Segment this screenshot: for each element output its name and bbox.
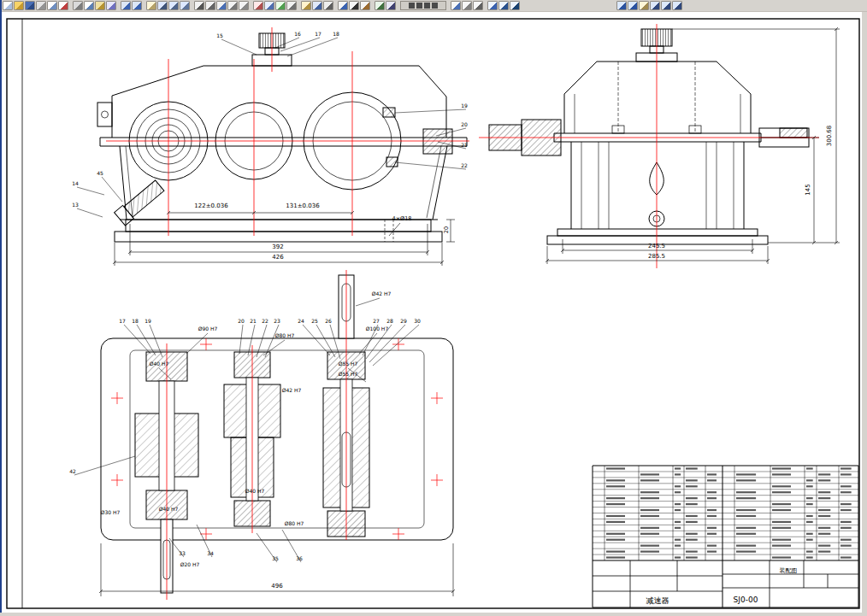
bom-cell-text-placeholder	[640, 491, 659, 493]
print-preview-icon[interactable]	[47, 1, 57, 10]
bom-cell-text-placeholder	[606, 467, 625, 469]
copy-icon[interactable]	[84, 1, 94, 10]
dimension-label: 4×Ø18	[392, 215, 412, 222]
paste-icon[interactable]	[95, 1, 105, 10]
front-view	[97, 33, 467, 242]
part-callout: 21	[461, 142, 468, 148]
bom-cell-text-placeholder	[772, 491, 791, 493]
leader-line	[77, 187, 104, 195]
bom-cell-text-placeholder	[772, 556, 791, 558]
bom-cell-text-placeholder	[707, 497, 717, 499]
layers-icon[interactable]	[301, 1, 311, 10]
named-views-icon[interactable]	[510, 1, 520, 10]
part-callout: 35	[272, 555, 279, 561]
open-icon[interactable]	[14, 1, 24, 10]
leader-line	[395, 162, 466, 169]
part-callout: 19	[144, 318, 151, 324]
zoom-extents-icon[interactable]	[672, 1, 682, 10]
dimension-label: 245.5	[648, 243, 665, 249]
bom-cell-text-placeholder	[640, 473, 659, 475]
bom-cell-text-placeholder	[736, 533, 756, 535]
save-icon[interactable]	[25, 1, 35, 10]
distance-icon[interactable]	[375, 1, 385, 10]
bom-cell-text-placeholder	[818, 473, 830, 475]
part-callout: 18	[333, 31, 339, 37]
dimension-label: 131±0.036	[286, 202, 320, 209]
dimension-label: Ø80 H7	[285, 520, 304, 526]
zoom-realtime-icon[interactable]	[157, 1, 168, 10]
bom-cell-text-placeholder	[840, 503, 852, 505]
properties-icon[interactable]	[312, 1, 322, 10]
toolbar-text-widget[interactable]	[400, 1, 446, 10]
print-icon[interactable]	[36, 1, 46, 10]
bom-cell-text-placeholder	[707, 545, 717, 547]
circle-icon[interactable]	[216, 1, 227, 10]
text-icon[interactable]	[349, 1, 359, 10]
toolbar-group-layers	[301, 1, 333, 10]
undo-icon[interactable]	[121, 1, 131, 10]
bom-cell-text-placeholder	[640, 509, 659, 511]
bom-cell-text-placeholder	[840, 545, 852, 547]
pan-icon[interactable]	[146, 1, 156, 10]
regen-icon[interactable]	[498, 1, 509, 10]
bom-cell-text-placeholder	[707, 515, 717, 517]
bom-cell-text-placeholder	[806, 550, 813, 552]
leader-line	[102, 177, 122, 202]
dimension-icon[interactable]	[338, 1, 348, 10]
move-icon[interactable]	[264, 1, 274, 10]
toolbar-group-display	[487, 1, 520, 10]
zoom-previous-icon[interactable]	[180, 1, 190, 10]
back-icon[interactable]	[616, 1, 627, 10]
mirror-icon[interactable]	[286, 1, 297, 10]
match-properties-icon[interactable]	[106, 1, 116, 10]
bom-cell-text-placeholder	[686, 556, 698, 558]
rotate-icon[interactable]	[275, 1, 286, 10]
zoom-window-icon[interactable]	[168, 1, 179, 10]
drawing-canvas[interactable]: 减速器 装配图 SJ0-00 122±0.036131±0.0363924264…	[0, 12, 867, 616]
area-icon[interactable]	[386, 1, 396, 10]
linetype-icon[interactable]	[323, 1, 333, 10]
spelling-icon[interactable]	[58, 1, 68, 10]
leader-line	[395, 109, 466, 113]
pan-realtime-icon[interactable]	[639, 1, 649, 10]
dimension-label: Ø55 H7	[339, 371, 358, 377]
redo-icon[interactable]	[132, 1, 142, 10]
toolbar-group-inquiry	[375, 1, 396, 10]
erase-icon[interactable]	[253, 1, 263, 10]
bom-cell-text-placeholder	[806, 521, 813, 523]
leader-line	[74, 456, 135, 475]
polyline-icon[interactable]	[205, 1, 215, 10]
part-callout: 21	[250, 318, 257, 324]
zoom-in-icon[interactable]	[650, 1, 660, 10]
bom-cell-text-placeholder	[707, 479, 717, 481]
bom-cell-text-placeholder	[606, 533, 625, 535]
bom-cell-text-placeholder	[840, 527, 852, 529]
ortho-icon[interactable]	[473, 1, 483, 10]
bom-cell-text-placeholder	[675, 503, 681, 505]
toolbar-group-undo	[121, 1, 142, 10]
bom-cell-text-placeholder	[806, 497, 813, 499]
dimension-label: 145	[805, 184, 811, 195]
rectangle-icon[interactable]	[239, 1, 249, 10]
cut-icon[interactable]	[73, 1, 83, 10]
bom-cell-text-placeholder	[818, 491, 830, 493]
part-callout: 27	[373, 318, 380, 324]
grid-icon[interactable]	[462, 1, 472, 10]
forward-icon[interactable]	[628, 1, 638, 10]
object-snap-icon[interactable]	[451, 1, 461, 10]
bom-cell-text-placeholder	[818, 550, 830, 552]
line-icon[interactable]	[194, 1, 204, 10]
bom-cell-text-placeholder	[606, 497, 625, 499]
bom-cell-text-placeholder	[606, 503, 625, 505]
dimension-label: 20	[443, 226, 450, 233]
new-icon[interactable]	[3, 1, 13, 10]
dimension-label: Ø40 H7	[159, 506, 179, 512]
arc-icon[interactable]	[227, 1, 238, 10]
redraw-icon[interactable]	[487, 1, 498, 10]
part-callout: 23	[274, 318, 280, 324]
part-callout: 14	[72, 180, 79, 186]
hatch-icon[interactable]	[360, 1, 370, 10]
toolbar-group-edit	[73, 1, 116, 10]
part-callout: 42	[69, 468, 76, 474]
zoom-out-icon[interactable]	[661, 1, 671, 10]
